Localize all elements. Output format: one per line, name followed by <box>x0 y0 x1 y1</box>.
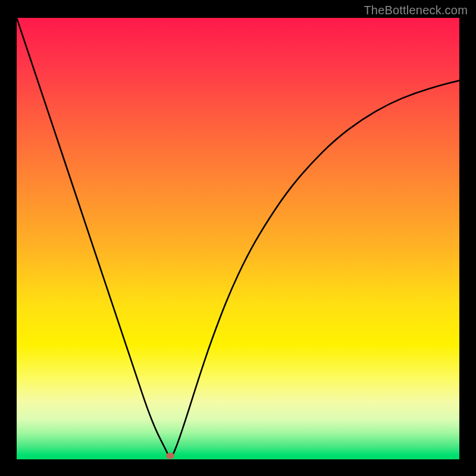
watermark-text: TheBottleneck.com <box>364 4 468 17</box>
curve-svg <box>17 18 459 459</box>
plot-area <box>17 18 459 459</box>
min-point-marker <box>166 453 174 459</box>
chart-frame: TheBottleneck.com <box>0 0 476 476</box>
bottleneck-curve <box>17 18 459 458</box>
